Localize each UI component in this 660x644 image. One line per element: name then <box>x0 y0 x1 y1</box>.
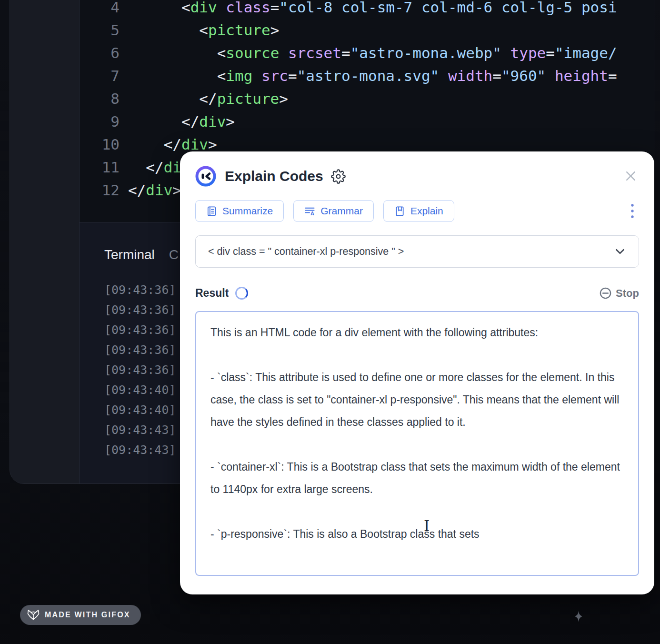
line-number: 5 <box>80 19 120 41</box>
line-number: 6 <box>80 41 120 64</box>
book-bookmark-icon <box>394 206 405 217</box>
stop-label: Stop <box>616 287 639 300</box>
terminal-log-line: [09:43:36] <box>104 340 176 360</box>
journal-text-icon <box>206 206 217 217</box>
line-number: 7 <box>80 64 120 87</box>
code-text: </div> <box>120 110 235 133</box>
code-text: <img src="astro-mona.svg" width="960" he… <box>120 64 617 87</box>
line-number: 4 <box>80 0 120 19</box>
terminal-log-line: [09:43:36] <box>104 320 176 340</box>
settings-button[interactable] <box>331 169 346 184</box>
line-number: 12 <box>80 179 120 201</box>
code-line[interactable]: 9 </div> <box>80 110 654 133</box>
terminal-log-line: [09:43:40] <box>104 380 176 400</box>
code-line[interactable]: 6 <source srcset="astro-mona.webp" type=… <box>80 41 654 64</box>
code-text: <picture> <box>120 19 279 41</box>
summarize-label: Summarize <box>222 205 273 217</box>
code-line[interactable]: 5 <picture> <box>80 19 654 41</box>
line-number: 8 <box>80 87 120 110</box>
close-button[interactable] <box>624 170 637 182</box>
page: { "editor": { "lines": [ { "num": "4", "… <box>0 0 660 644</box>
dialog-title: Explain Codes <box>225 168 323 184</box>
line-number: 10 <box>80 133 120 156</box>
minus-circle-icon <box>599 287 612 300</box>
line-number: 11 <box>80 156 120 179</box>
chevron-down-icon <box>614 245 626 258</box>
result-header: Result Stop <box>195 287 639 300</box>
result-paragraph: - `container-xl`: This is a Bootstrap cl… <box>210 456 624 501</box>
close-icon <box>624 170 637 182</box>
terminal-log-line: [09:43:36] <box>104 360 176 380</box>
dialog-actions: Summarize A Grammar Explain <box>195 200 639 222</box>
summarize-button[interactable]: Summarize <box>195 200 284 222</box>
gear-icon <box>331 169 346 184</box>
sparkle-icon <box>573 610 584 623</box>
grammar-label: Grammar <box>320 205 363 217</box>
terminal-output[interactable]: [09:43:36][09:43:36][09:43:36][09:43:36]… <box>104 280 176 460</box>
line-number: 9 <box>80 110 120 133</box>
terminal-log-line: [09:43:36] <box>104 280 176 300</box>
result-paragraph: - `p-responsive`: This is also a Bootstr… <box>210 523 624 545</box>
fox-icon <box>27 608 40 622</box>
kebab-menu-icon <box>630 203 635 220</box>
terminal-log-line: [09:43:43] <box>104 420 176 440</box>
result-label: Result <box>195 287 229 300</box>
gifox-label: MADE WITH GIFOX <box>45 611 130 619</box>
code-text: </picture> <box>120 87 288 110</box>
more-options-button[interactable] <box>630 203 635 220</box>
terminal-tab-partial[interactable]: C <box>169 247 179 262</box>
editor-sidebar <box>10 0 79 483</box>
explain-codes-dialog: Explain Codes Summarize A <box>180 151 654 594</box>
code-line[interactable]: 7 <img src="astro-mona.svg" width="960" … <box>80 64 654 87</box>
explain-codes-logo-icon <box>195 166 216 187</box>
code-text: <div class="col-8 col-sm-7 col-md-6 col-… <box>120 0 617 19</box>
result-paragraph: - `class`: This attribute is used to def… <box>210 366 624 433</box>
result-paragraph: This is an HTML code for a div element w… <box>210 322 624 344</box>
selected-snippet: < div class = " container-xl p-responsiv… <box>208 246 614 258</box>
code-line[interactable]: 4 <div class="col-8 col-sm-7 col-md-6 co… <box>80 0 654 19</box>
terminal-log-line: [09:43:36] <box>104 300 176 320</box>
dialog-header: Explain Codes <box>180 151 654 187</box>
gifox-watermark-badge[interactable]: MADE WITH GIFOX <box>20 605 141 625</box>
stop-button[interactable]: Stop <box>599 287 639 300</box>
loading-spinner-icon <box>235 287 248 300</box>
explain-label: Explain <box>410 205 443 217</box>
code-text: </div> <box>120 179 181 201</box>
terminal-log-line: [09:43:43] <box>104 440 176 460</box>
explain-button[interactable]: Explain <box>383 200 454 222</box>
terminal-log-line: [09:43:40] <box>104 400 176 420</box>
grammar-button[interactable]: A Grammar <box>293 200 374 222</box>
svg-text:A: A <box>310 211 314 216</box>
terminal-tab[interactable]: Terminal <box>104 247 155 262</box>
result-text-area[interactable]: This is an HTML code for a div element w… <box>195 311 639 576</box>
code-text: <source srcset="astro-mona.webp" type="i… <box>120 41 617 64</box>
code-snippet-select[interactable]: < div class = " container-xl p-responsiv… <box>195 235 639 268</box>
code-line[interactable]: 8 </picture> <box>80 87 654 110</box>
terminal-header: Terminal C <box>104 247 179 262</box>
text-lines-a-icon: A <box>304 206 315 217</box>
